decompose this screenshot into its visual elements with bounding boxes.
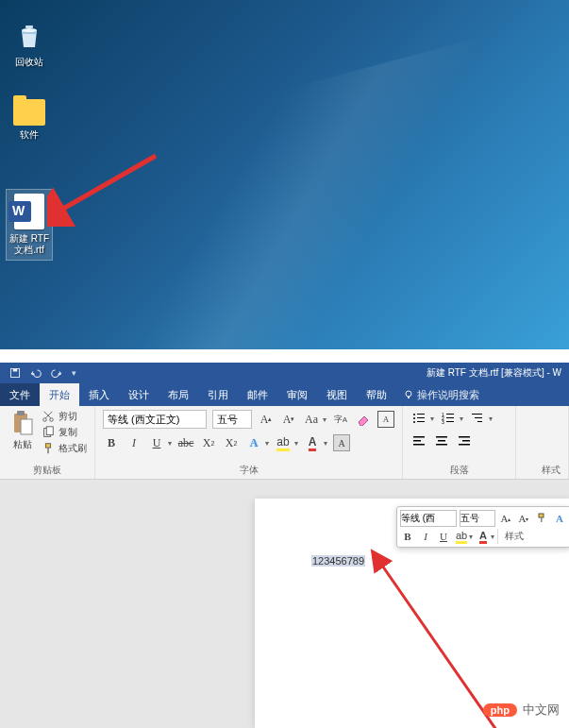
svg-rect-15 [47, 448, 49, 453]
cut-button[interactable]: 剪切 [42, 410, 87, 423]
mini-bold[interactable]: B [400, 529, 415, 544]
svg-rect-13 [46, 427, 53, 435]
mini-highlight[interactable]: ab [454, 529, 469, 544]
strikethrough-button[interactable]: abc [177, 434, 194, 451]
mini-format-painter[interactable] [534, 511, 549, 526]
icon-label: 新建 RTF 文档.rtf [7, 233, 52, 256]
svg-rect-25 [446, 417, 454, 418]
tab-insert[interactable]: 插入 [79, 383, 119, 406]
align-center-icon [435, 434, 448, 448]
subscript-button[interactable]: X2 [200, 434, 217, 451]
mini-underline[interactable]: U [436, 529, 451, 544]
group-label-styles: 样式 [524, 462, 561, 477]
window-title: 新建 RTF 文档.rtf [兼容模式] - W [76, 366, 565, 380]
mini-grow-font[interactable]: A▴ [498, 511, 513, 526]
desktop-icon-rtf-document[interactable]: 新建 RTF 文档.rtf [6, 189, 53, 261]
save-icon[interactable] [9, 367, 21, 379]
desktop-icon-recycle-bin[interactable]: 回收站 [6, 19, 53, 68]
multilevel-list-button[interactable] [469, 410, 486, 427]
highlight-button[interactable]: ab [275, 434, 292, 451]
selected-text[interactable]: 123456789 [311, 555, 365, 567]
undo-icon[interactable] [30, 367, 42, 379]
font-color-button[interactable]: A [304, 434, 321, 451]
tab-review[interactable]: 审阅 [277, 383, 317, 406]
tab-file[interactable]: 文件 [0, 383, 40, 406]
underline-button[interactable]: U [148, 434, 165, 451]
svg-point-5 [406, 391, 411, 397]
ribbon-group-clipboard: 粘贴 剪切 复制 格式刷 剪贴板 [0, 406, 95, 479]
align-center-button[interactable] [433, 432, 450, 449]
svg-rect-1 [25, 25, 33, 28]
font-name-combo[interactable] [103, 410, 207, 429]
mini-styles-label[interactable]: 样式 [501, 530, 527, 543]
copy-button[interactable]: 复制 [42, 426, 87, 439]
mini-font-name[interactable] [400, 510, 457, 527]
ribbon-tabs: 文件 开始 插入 设计 布局 引用 邮件 审阅 视图 帮助 操作说明搜索 [0, 383, 569, 406]
mini-styles-button[interactable]: A [552, 511, 567, 526]
tell-me-search[interactable]: 操作说明搜索 [404, 388, 479, 402]
svg-point-0 [22, 28, 37, 32]
mini-toolbar: A▴ A▾ A B I U ab▾ A▾ 样式 [396, 506, 569, 548]
svg-rect-21 [417, 421, 425, 422]
font-size-combo[interactable] [212, 410, 252, 429]
phonetic-guide-button[interactable]: 字A [332, 411, 349, 428]
windows-desktop: 回收站 软件 新建 RTF 文档.rtf [0, 0, 569, 349]
mini-italic[interactable]: I [418, 529, 433, 544]
svg-rect-35 [438, 440, 445, 442]
align-left-icon [412, 434, 426, 448]
title-bar: ▾ 新建 RTF 文档.rtf [兼容模式] - W [0, 363, 569, 383]
tab-design[interactable]: 设计 [119, 383, 159, 406]
desktop-icon-folder[interactable]: 软件 [6, 99, 53, 141]
bold-button[interactable]: B [103, 434, 120, 451]
align-left-button[interactable] [410, 432, 427, 449]
svg-rect-40 [539, 514, 544, 517]
tab-references[interactable]: 引用 [198, 383, 238, 406]
ribbon-group-paragraph: ▾ 123▾ ▾ 段落 [403, 406, 516, 479]
watermark-text: 中文网 [523, 702, 560, 719]
svg-line-2 [57, 156, 156, 212]
numbering-icon: 123 [442, 412, 455, 425]
char-shading-button[interactable]: A [333, 434, 350, 451]
watermark: php 中文网 [483, 702, 560, 719]
svg-text:3: 3 [442, 419, 444, 425]
svg-rect-36 [436, 444, 447, 446]
folder-icon [13, 99, 45, 126]
tab-layout[interactable]: 布局 [159, 383, 198, 406]
svg-rect-28 [472, 414, 482, 415]
tab-view[interactable]: 视图 [317, 383, 357, 406]
text-cursor-indicator: I [376, 554, 378, 567]
mini-shrink-font[interactable]: A▾ [516, 511, 531, 526]
svg-rect-31 [413, 436, 425, 438]
document-surface: 123456789 I A▴ A▾ A B I U ab▾ A▾ 样式 [0, 480, 569, 728]
clear-formatting-button[interactable] [355, 411, 372, 428]
svg-rect-17 [417, 414, 425, 415]
annotation-arrow [47, 151, 160, 227]
grow-font-button[interactable]: A▴ [258, 411, 275, 428]
paste-button[interactable]: 粘贴 [8, 410, 38, 451]
format-painter-button[interactable]: 格式刷 [42, 442, 87, 455]
tab-mailings[interactable]: 邮件 [238, 383, 277, 406]
bullets-button[interactable] [410, 410, 427, 427]
recycle-bin-icon [12, 19, 46, 53]
enclose-char-button[interactable]: A [377, 411, 394, 428]
tab-home[interactable]: 开始 [40, 383, 79, 406]
italic-button[interactable]: I [126, 434, 142, 451]
text-effects-button[interactable]: A [245, 434, 262, 451]
ribbon-group-font: A▴ A▾ Aa▾ 字A A B I U▾ abc X2 X2 A▾ ab▾ A… [95, 406, 403, 479]
change-case-button[interactable]: Aa [303, 411, 320, 428]
svg-rect-33 [413, 444, 425, 446]
shrink-font-button[interactable]: A▾ [280, 411, 297, 428]
mini-font-color[interactable]: A [476, 529, 491, 544]
svg-rect-32 [413, 440, 421, 442]
superscript-button[interactable]: X2 [223, 434, 240, 451]
scissors-icon [42, 410, 55, 423]
tab-help[interactable]: 帮助 [357, 383, 396, 406]
svg-rect-38 [462, 440, 470, 442]
numbering-button[interactable]: 123 [440, 410, 457, 427]
icon-label: 回收站 [6, 57, 53, 68]
mini-font-size[interactable] [460, 510, 495, 527]
redo-icon[interactable] [51, 367, 62, 379]
align-right-button[interactable] [456, 432, 473, 449]
quick-access-toolbar: ▾ [4, 367, 76, 379]
svg-point-18 [413, 417, 415, 419]
